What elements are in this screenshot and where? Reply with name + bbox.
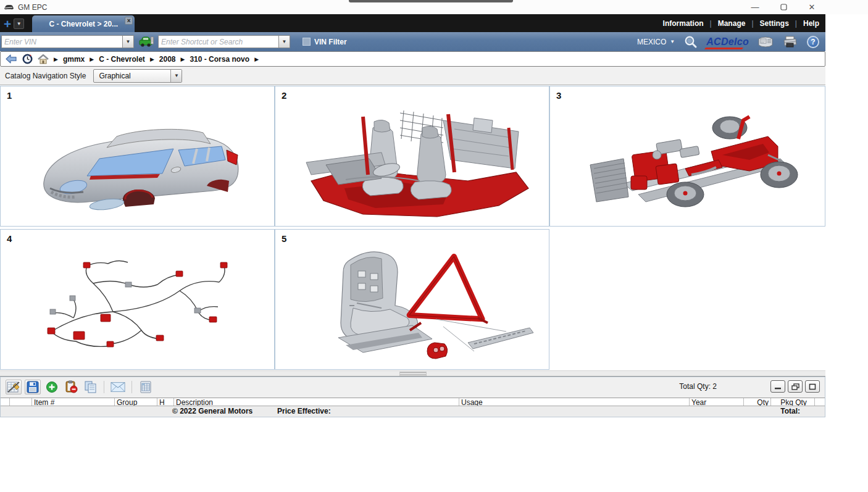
- parts-toolbar: Total Qty: 2: [1, 377, 825, 396]
- home-icon: [38, 54, 49, 64]
- notes-edit-icon: [7, 381, 20, 393]
- vin-dropdown-button[interactable]: ▼: [123, 35, 134, 48]
- acdelco-logo: ACDelco: [706, 36, 749, 48]
- panel-restore-button[interactable]: [788, 380, 803, 393]
- column-header: [814, 398, 825, 406]
- breadcrumb-separator-icon: ▶: [90, 56, 94, 62]
- menu-separator: |: [751, 19, 753, 28]
- panel-window-buttons: [770, 380, 820, 393]
- panel-maximize-button[interactable]: [805, 380, 820, 393]
- catalog-cell-body[interactable]: 1: [0, 86, 275, 227]
- cell-number: 3: [556, 90, 561, 101]
- panel-minimize-button[interactable]: [770, 380, 785, 393]
- tab-close-icon[interactable]: ×: [125, 17, 133, 25]
- total-qty-label: Total Qty: 2: [679, 382, 717, 391]
- column-header: [9, 398, 31, 406]
- back-button[interactable]: [6, 54, 17, 64]
- shortcut-search-input[interactable]: [158, 35, 279, 48]
- tab-active-chevrolet[interactable]: C - Chevrolet > 20... ×: [32, 15, 135, 32]
- vin-input[interactable]: [1, 35, 123, 48]
- breadcrumb-separator-icon: ▶: [54, 56, 58, 62]
- maximize-button[interactable]: [777, 1, 790, 14]
- catalog-style-select[interactable]: Graphical ▼: [93, 69, 182, 83]
- clear-notes-button[interactable]: [6, 380, 22, 394]
- toolbar-divider: [104, 381, 104, 393]
- breadcrumb-separator-icon: ▶: [181, 56, 185, 62]
- add-icon: [46, 381, 58, 393]
- catalog-cell-accessories[interactable]: 5: [275, 229, 549, 370]
- new-tab-button[interactable]: +: [4, 18, 11, 30]
- cell-number: 1: [7, 90, 12, 101]
- maximize-icon: [809, 383, 816, 390]
- column-header-usage: Usage: [459, 398, 689, 406]
- catalog-style-label: Catalog Navigation Style: [5, 72, 86, 80]
- app-menu: Information | Manage | Settings | Help: [663, 14, 819, 32]
- search-dropdown-button[interactable]: ▼: [279, 35, 290, 48]
- card-reader-icon: [757, 36, 774, 48]
- cell-number: 2: [282, 90, 286, 101]
- parts-table-footer: © 2022 General Motors Price Effective: T…: [1, 406, 825, 416]
- menu-settings[interactable]: Settings: [760, 19, 789, 28]
- menu-information[interactable]: Information: [663, 19, 704, 28]
- add-item-button[interactable]: [44, 380, 60, 394]
- toolbar-divider: [131, 381, 132, 393]
- column-header-h: H: [157, 398, 173, 406]
- minimize-button[interactable]: —: [748, 1, 762, 14]
- region-selector[interactable]: MEXICO ▼: [637, 38, 675, 46]
- catalog-cell-wiring[interactable]: 4: [0, 229, 275, 370]
- wiring-harness-illustration: [14, 239, 261, 365]
- help-button[interactable]: ?: [807, 36, 819, 48]
- save-button[interactable]: [25, 380, 41, 394]
- column-header-qty: Qty: [743, 398, 770, 406]
- catalog-cell-chassis[interactable]: 3: [549, 86, 825, 227]
- save-icon: [27, 381, 39, 393]
- column-header: [1, 398, 9, 406]
- tab-list-dropdown[interactable]: ▼: [14, 19, 24, 29]
- panel-splitter[interactable]: [0, 370, 825, 377]
- app-logo-icon: [4, 4, 14, 11]
- cell-number: 5: [282, 233, 286, 244]
- menu-manage[interactable]: Manage: [718, 19, 746, 28]
- window-title: GM EPC: [18, 3, 47, 12]
- menu-separator: |: [710, 19, 712, 28]
- chevron-down-icon: ▼: [670, 39, 675, 44]
- catalog-reader-button[interactable]: [757, 36, 774, 48]
- vehicle-lookup-button[interactable]: [139, 36, 154, 48]
- menu-separator: |: [795, 19, 797, 28]
- copyright-text: © 2022 General Motors: [172, 407, 252, 415]
- vin-filter-label: VIN Filter: [314, 38, 347, 46]
- report-button[interactable]: [138, 380, 154, 394]
- breadcrumb: ▶ gmmx ▶ C - Chevrolet ▶ 2008 ▶ 310 - Co…: [0, 51, 825, 67]
- seat-accessories-illustration: [289, 239, 536, 365]
- remove-item-button[interactable]: [63, 380, 79, 394]
- email-button[interactable]: [110, 380, 126, 394]
- green-car-icon: [139, 36, 154, 48]
- clipboard-remove-icon: [65, 380, 78, 393]
- breadcrumb-item-chevrolet[interactable]: C - Chevrolet: [99, 55, 145, 64]
- breadcrumb-item-corsa[interactable]: 310 - Corsa novo: [190, 55, 249, 64]
- search-button[interactable]: [683, 35, 698, 49]
- splitter-grip-icon[interactable]: [399, 372, 427, 376]
- history-button[interactable]: [22, 54, 33, 64]
- search-icon: [683, 35, 698, 49]
- clock-icon: [22, 54, 33, 64]
- parts-table-header: Item # Group H Description Usage Year Qt…: [1, 398, 825, 406]
- breadcrumb-item-gmmx[interactable]: gmmx: [63, 55, 85, 64]
- interior-seats-illustration: [289, 96, 536, 222]
- close-button[interactable]: ✕: [805, 1, 819, 14]
- menu-help[interactable]: Help: [803, 19, 819, 28]
- screen-artifact-strip: [349, 0, 513, 2]
- catalog-grid: 1 2: [0, 85, 825, 370]
- vin-filter-checkbox[interactable]: [303, 38, 311, 46]
- copy-button[interactable]: [82, 380, 98, 394]
- print-button[interactable]: [782, 35, 798, 49]
- home-button[interactable]: [38, 54, 49, 64]
- catalog-style-value: Graphical: [94, 72, 170, 80]
- breadcrumb-item-2008[interactable]: 2008: [159, 55, 176, 64]
- catalog-style-row: Catalog Navigation Style Graphical ▼: [0, 67, 825, 85]
- copy-icon: [84, 381, 97, 393]
- column-header-description: Description: [173, 398, 459, 406]
- catalog-cell-interior[interactable]: 2: [275, 86, 549, 227]
- restore-icon: [791, 383, 799, 390]
- region-value: MEXICO: [637, 38, 666, 46]
